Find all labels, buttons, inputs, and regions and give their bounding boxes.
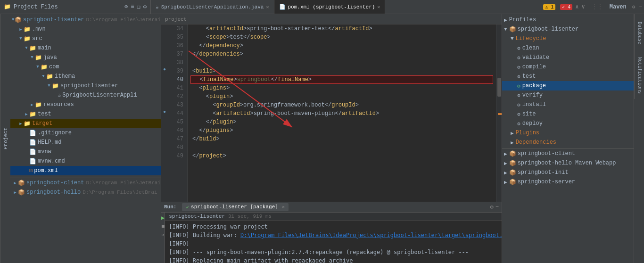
run-play-icon[interactable]: ▶ bbox=[161, 214, 165, 222]
maven-minimize-icon[interactable]: − bbox=[637, 4, 644, 10]
tree-item-java[interactable]: ▼ 📁 java bbox=[10, 53, 161, 62]
notifications-label[interactable]: Notifications bbox=[634, 52, 644, 99]
maven-item-client[interactable]: ▶ 📦 springboot-client bbox=[502, 149, 634, 158]
tree-item-resources[interactable]: ▶ 📁 resources bbox=[10, 100, 161, 109]
maven-icon-install: ⚙ bbox=[517, 102, 520, 108]
code-line-44: <artifactId>spring-boot-maven-plugin</ar… bbox=[192, 109, 491, 118]
tree-item-ithema[interactable]: ▼ 📁 ithema bbox=[10, 72, 161, 81]
gutter-line bbox=[161, 92, 168, 101]
maven-item-install[interactable]: ⚙ install bbox=[502, 100, 634, 109]
maven-item-plugins[interactable]: ▶ Plugins bbox=[502, 128, 634, 138]
tree-item-sprigbootlisenter[interactable]: ▼ 📁 sprigbootlisenter bbox=[10, 81, 161, 90]
run-stop-icon[interactable]: ■ bbox=[161, 223, 165, 230]
gutter-line bbox=[161, 58, 168, 67]
maven-settings-icon[interactable]: ⚙ bbox=[630, 4, 637, 10]
scroll-indicator[interactable] bbox=[496, 25, 502, 202]
list-icon[interactable]: ≡ bbox=[131, 3, 134, 10]
tree-item-main[interactable]: ▼ 📁 main bbox=[10, 43, 161, 53]
maven-item-clean[interactable]: ⚙ clean bbox=[502, 43, 634, 53]
bottom-settings-icon[interactable]: ⚙ bbox=[490, 204, 494, 211]
code-line-43: <groupId>org.springframework.boot</group… bbox=[192, 101, 491, 109]
maven-item-dependencies[interactable]: ▶ Dependencies bbox=[502, 138, 634, 147]
maven-item-test[interactable]: ⚙ test bbox=[502, 72, 634, 81]
tree-item-test[interactable]: ▶ 📁 test bbox=[10, 109, 161, 119]
file-tree: ▼ 📦 sprigboot-lisenter D:\Program Files\… bbox=[10, 14, 161, 263]
folder-icon-java: 📁 bbox=[35, 54, 42, 61]
maven-item-site[interactable]: ⚙ site bbox=[502, 109, 634, 119]
tree-arrow-root: ▼ bbox=[11, 17, 15, 22]
tree-item-mvnw[interactable]: 📄 mvnw bbox=[10, 147, 161, 156]
line-num-49: 49 bbox=[172, 152, 183, 160]
tree-item-hello[interactable]: ▶ 📦 springboot-hello D:\Program Files\Je… bbox=[10, 188, 161, 197]
gutter: ● ● bbox=[161, 25, 168, 202]
chevron-up-icon[interactable]: ∧ bbox=[575, 3, 578, 10]
gutter-line bbox=[161, 41, 168, 50]
tree-label-test: test bbox=[38, 111, 51, 117]
tree-item-gitignore[interactable]: 📄 .gitignore bbox=[10, 128, 161, 138]
tree-item-mvn[interactable]: ▶ 📁 .mvn bbox=[10, 25, 161, 34]
tree-item-help[interactable]: 📄 HELP.md bbox=[10, 138, 161, 147]
layout-icon[interactable]: ❏ bbox=[137, 3, 140, 10]
tree-item-target[interactable]: ▶ 📁 target bbox=[10, 119, 161, 128]
maven-item-verify[interactable]: ⚙ verify bbox=[502, 90, 634, 100]
maven-item-deploy[interactable]: ⚙ deploy bbox=[502, 119, 634, 128]
maven-arrow-dependencies: ▶ bbox=[511, 140, 514, 146]
tree-item-root[interactable]: ▼ 📦 sprigboot-lisenter D:\Program Files\… bbox=[10, 15, 161, 25]
line-num-40: 40 bbox=[172, 75, 183, 84]
log-path-link[interactable]: D:\Program Files\JetBrains\IdeaProjects\… bbox=[240, 232, 502, 238]
add-icon[interactable]: ⊕ bbox=[124, 3, 128, 10]
tree-item-main-class[interactable]: ☕ SprigbootLisenterAppli bbox=[10, 90, 161, 100]
settings-icon[interactable]: ⚙ bbox=[143, 3, 147, 10]
tree-arrow-main: ▼ bbox=[24, 46, 29, 50]
tab-pom-close[interactable]: ✕ bbox=[377, 4, 380, 10]
folder-icon-test: 📁 bbox=[29, 111, 36, 118]
code-line-46: </plugins> bbox=[192, 126, 491, 135]
maven-item-package[interactable]: ⚙ package bbox=[502, 81, 634, 90]
maven-item-module[interactable]: ▼ 📦 sprigboot-lisenter bbox=[502, 25, 634, 34]
run-restart-icon[interactable]: ↺ bbox=[162, 232, 165, 238]
tab-pom[interactable]: 📄 pom.xml (sprigboot-lisenter) ✕ bbox=[274, 0, 386, 14]
run-controls: ▶ ■ ↺ bbox=[161, 213, 165, 263]
tree-label-mvn: .mvn bbox=[32, 26, 46, 33]
maven-item-compile[interactable]: ⚙ compile bbox=[502, 62, 634, 72]
maven-icon-deploy: ⚙ bbox=[517, 121, 520, 127]
maven-item-init[interactable]: ▶ 📦 springboot-init bbox=[502, 168, 634, 177]
maven-icon-package: ⚙ bbox=[517, 83, 520, 89]
tree-item-client[interactable]: ▶ 📦 springboot-client D:\Program Files\J… bbox=[10, 178, 161, 188]
chevron-down-icon[interactable]: ∨ bbox=[582, 3, 585, 10]
maven-label-package: package bbox=[522, 82, 546, 89]
project-side-label[interactable]: Project bbox=[0, 14, 10, 263]
line-num-48: 48 bbox=[172, 143, 183, 152]
maven-item-lifecycle[interactable]: ▼ Lifecycle bbox=[502, 34, 634, 43]
tree-item-src[interactable]: ▼ 📁 src bbox=[10, 34, 161, 43]
maven-arrow-hello: ▶ bbox=[504, 160, 507, 166]
file-icon-mvnw: 📄 bbox=[29, 148, 36, 156]
maven-item-server[interactable]: ▶ 📦 springboot-server bbox=[502, 177, 634, 187]
run-close-icon[interactable]: ✕ bbox=[282, 204, 285, 210]
code-line-39: <build> bbox=[192, 67, 491, 75]
maven-item-validate[interactable]: ⚙ validate bbox=[502, 53, 634, 62]
file-icon-pom: m bbox=[29, 167, 33, 174]
log-line-2: [INFO] Building war: D:\Program Files\Je… bbox=[169, 231, 502, 239]
bottom-minimize-icon[interactable]: − bbox=[495, 204, 499, 211]
maven-item-hello[interactable]: ▶ 📦 springboot-hello Maven Webapp bbox=[502, 158, 634, 168]
database-label[interactable]: Database bbox=[634, 14, 644, 52]
tab-java-close[interactable]: ✕ bbox=[266, 4, 269, 10]
maven-module-icon-server: 📦 bbox=[509, 179, 516, 186]
tree-label-java: java bbox=[43, 54, 57, 61]
maven-panel-label[interactable]: Maven bbox=[606, 4, 630, 10]
tree-item-pomxml[interactable]: m pom.xml bbox=[10, 166, 161, 175]
tree-item-com[interactable]: ▼ 📁 com bbox=[10, 62, 161, 72]
project-files-label: Project Files bbox=[14, 4, 58, 10]
code-content[interactable]: <artifactId>spring-boot-starter-test</ar… bbox=[188, 25, 496, 202]
bottom-tab-icons: ⚙ − bbox=[490, 204, 499, 211]
scroll-thumb[interactable] bbox=[497, 78, 501, 97]
bottom-tab-run[interactable]: ✓ sprigboot-lisenter [package] ✕ bbox=[182, 203, 289, 211]
tab-java[interactable]: ☕ SprigbootLisenterApplication.java ✕ bbox=[151, 0, 274, 14]
log-area: sprigboot-lisenter 31 sec, 919 ms [INFO]… bbox=[165, 213, 502, 263]
tree-item-mvnwcmd[interactable]: 📄 mvnw.cmd bbox=[10, 156, 161, 166]
code-line-48 bbox=[192, 143, 491, 152]
line-num-37: 37 bbox=[172, 50, 183, 58]
maven-item-profiles[interactable]: ▶ Profiles bbox=[502, 15, 634, 25]
line-num-45: 45 bbox=[172, 118, 183, 126]
